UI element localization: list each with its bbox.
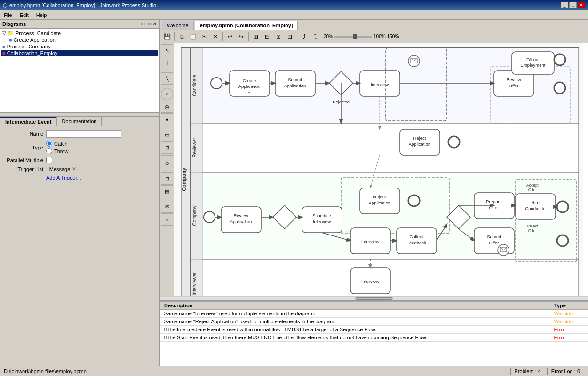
- align1-button[interactable]: ⊞: [251, 31, 261, 42]
- select-tool[interactable]: ↖: [161, 44, 173, 56]
- delete-button[interactable]: ✕: [210, 31, 221, 42]
- error-log-panel: Description Type Same name "Interview" u…: [160, 300, 588, 366]
- svg-text:+: +: [248, 90, 250, 95]
- export1-button[interactable]: ⤴: [299, 31, 310, 42]
- titlebar: ⬡ employ.bpmn [Collaboration_Employ] - J…: [0, 0, 588, 10]
- copy-button[interactable]: ⧉: [176, 31, 187, 42]
- canvas-wrapper: ↖ ✛ ╲ ○ ◎ ● ▭ ⊞ ◇ ⊡ ▤ ✉: [160, 43, 588, 296]
- properties-content: Name Type Catch Throw: [0, 126, 159, 366]
- subprocess-tool[interactable]: ⊞: [161, 141, 173, 154]
- maximize-button[interactable]: □: [569, 2, 577, 8]
- pool-tool[interactable]: ⊡: [161, 172, 173, 185]
- tab-intermediate-event[interactable]: Intermediate Event: [0, 117, 56, 126]
- end-company-1[interactable]: [408, 195, 420, 206]
- minimize-button[interactable]: _: [561, 2, 568, 8]
- tab-employ[interactable]: employ.bpmn [Collaboration_Employ]: [195, 21, 298, 30]
- intermediate-event-tool[interactable]: ◎: [161, 101, 173, 113]
- catch-radio[interactable]: [46, 141, 52, 147]
- end-company-3[interactable]: [557, 235, 568, 246]
- problem-count-button[interactable]: Problem : 4: [510, 368, 545, 375]
- export2-button[interactable]: ⤵: [310, 31, 321, 42]
- svg-text:Hire: Hire: [531, 200, 539, 205]
- diagrams-icon-4[interactable]: □: [150, 22, 152, 26]
- tabs-bar: Welcome employ.bpmn [Collaboration_Emplo…: [160, 20, 588, 30]
- paste-button[interactable]: 📋: [188, 31, 198, 42]
- catch-radio-row: Catch: [46, 141, 69, 147]
- toolbar: 💾 ⧉ 📋 ✂ ✕ ↩ ↪ ⊞ ⊟ ⊠ ⊡ ⤴ ⤵ 30% 100% 150: [160, 30, 588, 43]
- diagrams-close-icon[interactable]: ✕: [153, 22, 157, 26]
- left-panel: Diagrams □ □ □ □ ✕ ▽ 📁 Process_Candidate…: [0, 20, 160, 366]
- data-tool[interactable]: ✉: [161, 201, 173, 213]
- name-input[interactable]: [46, 130, 121, 138]
- diagrams-header: Diagrams □ □ □ □ ✕: [0, 20, 159, 28]
- lane-tool[interactable]: ▤: [161, 185, 173, 197]
- log-description: Same name "Interview" used for multiple …: [160, 310, 550, 318]
- undo-button[interactable]: ↩: [225, 31, 235, 42]
- collab-icon: ■: [2, 50, 6, 56]
- align2-button[interactable]: ⊟: [262, 31, 272, 42]
- parallel-multiple-row: Parallel Multiple: [4, 157, 155, 163]
- align4-button[interactable]: ⊡: [285, 31, 295, 42]
- move-tool[interactable]: ✛: [161, 57, 173, 69]
- gateway-tool[interactable]: ◇: [161, 157, 173, 169]
- main-area: Diagrams □ □ □ □ ✕ ▽ 📁 Process_Candidate…: [0, 20, 588, 366]
- cut-button[interactable]: ✂: [199, 31, 209, 42]
- type-label: Type: [4, 145, 46, 150]
- end-candidate-2[interactable]: [554, 82, 565, 94]
- menu-file[interactable]: File: [2, 12, 14, 18]
- tree-item-process-company[interactable]: ■ Process_Company: [1, 43, 158, 50]
- tree-item-process-candidate[interactable]: ▽ 📁 Process_Candidate: [1, 30, 158, 37]
- add-trigger-link[interactable]: Add A Trigger...: [4, 175, 155, 180]
- start-company[interactable]: [204, 212, 215, 223]
- palette-sep-3: [161, 127, 173, 127]
- canvas-area[interactable]: Company Candidate Reviewer Company: [174, 43, 588, 296]
- zoom-control: 30% 100% 150%: [324, 34, 399, 39]
- svg-text:Reject: Reject: [373, 194, 386, 199]
- redo-button[interactable]: ↪: [236, 31, 246, 42]
- end-company-2[interactable]: [557, 201, 568, 212]
- align3-button[interactable]: ⊠: [273, 31, 284, 42]
- tab-documentation[interactable]: Documentation: [56, 117, 102, 126]
- process-icon-1: ■: [9, 37, 12, 43]
- palette-sep-1: [161, 70, 173, 71]
- end-candidate-1[interactable]: [554, 54, 565, 65]
- menu-help[interactable]: Help: [34, 12, 49, 18]
- lane-company-label: Company: [192, 206, 197, 226]
- diagrams-icon-3[interactable]: □: [146, 22, 148, 26]
- diagrams-icon-1[interactable]: □: [139, 22, 141, 26]
- throw-radio[interactable]: [46, 148, 52, 154]
- palette-sep-5: [161, 171, 173, 171]
- connect-tool[interactable]: ╲: [161, 72, 173, 85]
- error-log-button[interactable]: Error Log : 0: [547, 368, 584, 375]
- log-description: If the Intermediate Event is used within…: [160, 326, 550, 334]
- statusbar: D:\joinwork\bpmn files\employ.bpmn Probl…: [0, 366, 588, 376]
- svg-text:Application: Application: [369, 200, 390, 205]
- log-type: Warning: [550, 310, 588, 318]
- menu-edit[interactable]: Edit: [18, 12, 31, 18]
- titlebar-title: employ.bpmn [Collaboration_Employ] - Joi…: [9, 2, 156, 8]
- toolbar-sep-3: [248, 32, 249, 41]
- end-reviewer[interactable]: [448, 136, 460, 148]
- annotation-tool[interactable]: ⌾: [161, 213, 173, 226]
- end-event-tool[interactable]: ●: [161, 113, 173, 125]
- diagrams-icon-2[interactable]: □: [143, 22, 145, 26]
- tree-item-collaboration-employ[interactable]: ■ Collaboration_Employ: [1, 50, 158, 56]
- start-candidate[interactable]: [211, 78, 222, 89]
- zoom-label-150: 150%: [387, 34, 399, 39]
- start-event-tool[interactable]: ○: [161, 88, 173, 100]
- tab-welcome[interactable]: Welcome: [162, 21, 194, 30]
- log-header-type: Type: [550, 302, 588, 310]
- trigger-delete-icon[interactable]: ✕: [72, 166, 76, 172]
- log-row: If the Start Event is used, then there M…: [160, 334, 588, 342]
- parallel-multiple-checkbox[interactable]: [46, 157, 52, 163]
- zoom-slider[interactable]: [334, 36, 372, 38]
- right-panel: Welcome employ.bpmn [Collaboration_Emplo…: [160, 20, 588, 366]
- close-button[interactable]: ✕: [578, 2, 585, 8]
- horizontal-scrollbar[interactable]: [160, 296, 588, 300]
- task-tool[interactable]: ▭: [161, 129, 173, 141]
- trigger-value: - Message: [46, 166, 70, 172]
- save-button[interactable]: 💾: [162, 31, 172, 42]
- svg-text:Offer: Offer: [509, 83, 519, 88]
- tree-item-create-application[interactable]: ■ Create Application: [1, 37, 158, 43]
- properties-tabs: Intermediate Event Documentation: [0, 117, 159, 126]
